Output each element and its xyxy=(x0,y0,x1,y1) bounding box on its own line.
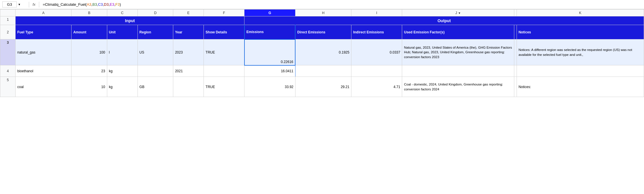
input-section-header: Input xyxy=(15,16,244,25)
table-row: 5 coal 10 kg GB TRUE 33.92 29.21 4.71 Co… xyxy=(0,77,644,97)
cell-f5[interactable]: TRUE xyxy=(204,77,244,97)
cell-e3[interactable]: 2023 xyxy=(173,39,204,65)
formula-arg-e: E3 xyxy=(110,2,114,7)
cell-f4[interactable] xyxy=(204,65,244,77)
table-row: 4 bioethanol 23 kg 2021 16.0411 xyxy=(0,65,644,77)
cell-i4[interactable] xyxy=(351,65,402,77)
col-label-unit: Unit xyxy=(107,25,138,39)
formula-arg-f: F3 xyxy=(115,2,120,7)
col-label-amount: Amount xyxy=(71,25,107,39)
row-num-3[interactable]: 3 xyxy=(0,39,16,65)
cell-c3[interactable]: l xyxy=(107,39,138,65)
cell-i5[interactable]: 4.71 xyxy=(351,77,402,97)
cell-spacer-5 xyxy=(514,77,517,97)
corner-cell xyxy=(0,9,16,16)
formula-prefix: =Climatiq_Calculate_Fuel( xyxy=(43,2,87,7)
cell-j3[interactable]: Natural gas, 2023, United States of Amer… xyxy=(402,39,514,65)
formula-close: ) xyxy=(120,2,121,7)
col-label-spacer xyxy=(514,25,517,39)
col-header-d[interactable]: D xyxy=(138,9,173,16)
col-header-k[interactable]: K xyxy=(517,9,644,16)
cell-b3[interactable]: 100 xyxy=(71,39,107,65)
cell-h5[interactable]: 29.21 xyxy=(295,77,351,97)
col-header-f[interactable]: F xyxy=(204,9,244,16)
fx-label: fx xyxy=(33,2,35,7)
spreadsheet: A B C D E F G H I J ▼ K 1 Input Output xyxy=(0,9,644,97)
cell-e5[interactable] xyxy=(173,77,204,97)
col-label-notices: Notices xyxy=(517,25,644,39)
col-label-emissions: Emissions xyxy=(244,25,295,39)
col-header-a[interactable]: A xyxy=(15,9,71,16)
col-header-g[interactable]: G xyxy=(244,9,295,16)
cell-g5[interactable]: 33.92 xyxy=(244,77,295,97)
cell-j5[interactable]: Coal - domestic, 2024, United Kingdom, G… xyxy=(402,77,514,97)
row-num-2[interactable]: 2 xyxy=(0,25,16,39)
formula-separator xyxy=(29,2,29,7)
dropdown-arrow-icon[interactable]: ▼ xyxy=(18,3,21,6)
cell-i3[interactable]: 0.0337 xyxy=(351,39,402,65)
row-num-4[interactable]: 4 xyxy=(0,65,16,77)
cell-e4[interactable]: 2021 xyxy=(173,65,204,77)
formula-separator-2 xyxy=(39,2,39,7)
cell-b5[interactable]: 10 xyxy=(71,77,107,97)
table-row: 3 natural_gas 100 l US 2023 TRUE 0.22616… xyxy=(0,39,644,65)
formula-arg-b: B3 xyxy=(92,2,97,7)
table-row: 1 Input Output xyxy=(0,16,644,25)
cell-f3[interactable]: TRUE xyxy=(204,39,244,65)
cell-h3[interactable]: 0.1925 xyxy=(295,39,351,65)
column-header-row: A B C D E F G H I J ▼ K xyxy=(0,9,644,16)
col-label-emission-factors: Used Emission Factor(s) xyxy=(402,25,514,39)
formula-arg-d: D3 xyxy=(104,2,109,7)
cell-spacer-4 xyxy=(514,65,517,77)
table-row: 2 Fuel Type Amount Unit Region Year Show… xyxy=(0,25,644,39)
cell-j4[interactable] xyxy=(402,65,514,77)
cell-k3[interactable]: Notices: A different region was selected… xyxy=(517,39,644,65)
cell-g4[interactable]: 16.0411 xyxy=(244,65,295,77)
col-header-c[interactable]: C xyxy=(107,9,138,16)
col-label-year: Year xyxy=(173,25,204,39)
formula-bar: G3 ▼ fx =Climatiq_Calculate_Fuel(A3,B3,C… xyxy=(0,0,644,9)
col-header-h[interactable]: H xyxy=(295,9,351,16)
col-header-e[interactable]: E xyxy=(173,9,204,16)
col-label-show-details: Show Details xyxy=(204,25,244,39)
row-num-1[interactable]: 1 xyxy=(0,16,16,25)
cell-d3[interactable]: US xyxy=(138,39,173,65)
formula-arg-a: A3 xyxy=(87,2,91,7)
formula-arg-c: C3 xyxy=(98,2,103,7)
cell-c4[interactable]: kg xyxy=(107,65,138,77)
col-j-dropdown-icon[interactable]: ▼ xyxy=(458,12,461,15)
col-label-indirect-emissions: Indirect Emissions xyxy=(351,25,402,39)
cell-a5[interactable]: coal xyxy=(15,77,71,97)
cell-g3[interactable]: 0.22616 xyxy=(244,39,295,65)
cell-c5[interactable]: kg xyxy=(107,77,138,97)
col-label-region: Region xyxy=(138,25,173,39)
cell-b4[interactable]: 23 xyxy=(71,65,107,77)
cell-reference-box[interactable]: G3 ▼ xyxy=(2,1,25,7)
col-label-direct-emissions: Direct Emissions xyxy=(295,25,351,39)
cell-ref-display[interactable]: G3 xyxy=(2,1,17,7)
cell-a3[interactable]: natural_gas xyxy=(15,39,71,65)
cell-k5[interactable]: Notices: xyxy=(517,77,644,97)
cell-a4[interactable]: bioethanol xyxy=(15,65,71,77)
formula-display[interactable]: =Climatiq_Calculate_Fuel(A3,B3,C3,D3,E3,… xyxy=(43,2,121,7)
col-header-i[interactable]: I xyxy=(351,9,402,16)
cell-h4[interactable] xyxy=(295,65,351,77)
output-section-header: Output xyxy=(244,16,644,25)
row-num-5[interactable]: 5 xyxy=(0,77,16,97)
cell-k4[interactable] xyxy=(517,65,644,77)
col-header-spacer xyxy=(514,9,517,16)
cell-spacer-3 xyxy=(514,39,517,65)
cell-d4[interactable] xyxy=(138,65,173,77)
col-header-j[interactable]: J ▼ xyxy=(402,9,514,16)
col-header-b[interactable]: B xyxy=(71,9,107,16)
cell-d5[interactable]: GB xyxy=(138,77,173,97)
col-label-fuel-type: Fuel Type xyxy=(15,25,71,39)
